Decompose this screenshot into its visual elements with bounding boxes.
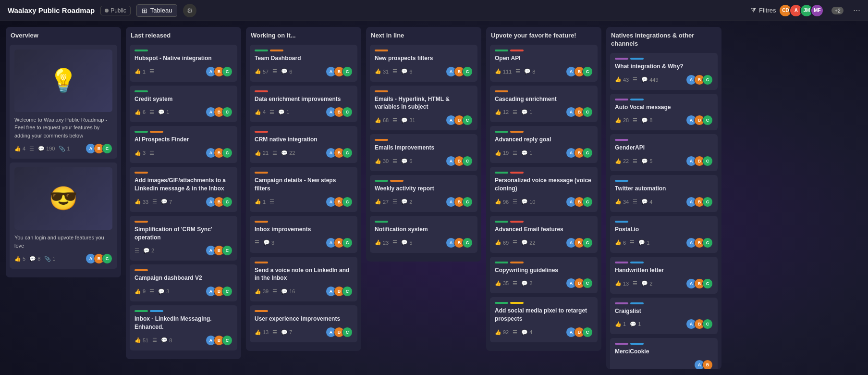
card-lr-5[interactable]: Simplification of 'CRM Sync' operation☰💬… [130,216,237,261]
card-wo-4[interactable]: Campaign details - New steps filters👍1☰A… [250,167,357,212]
card-title-uf-5: Advanced Email features [495,225,593,234]
card-stat: ☰ [633,199,637,205]
card-ni-2[interactable]: Auto Vocal message👍28☰💬8ABC [610,94,718,131]
card-avatar-group-lr-3: ABC [206,148,232,158]
card-lr-6[interactable]: Campaign dashboard V2👍9☰💬3ABC [130,264,237,301]
card-ni-6[interactable]: Handwritten letter👍13☰💬2ABC [610,257,718,294]
card-stat: 📎1 [59,146,70,152]
card-lr-2[interactable]: Credit system👍6☰💬1ABC [130,86,237,123]
stat-value: 1 [67,146,70,151]
more-options-icon[interactable]: ··· [853,5,860,15]
card-lr-7[interactable]: Inbox - LinkedIn Messaging. Enhanced.👍51… [130,305,237,350]
card-uf-7[interactable]: Add social media pixel to retarget prosp… [490,297,598,342]
card-wo-5[interactable]: Inbox improvements☰💬3ABC [250,216,357,253]
card-avatar: C [342,327,353,338]
card-uf-5[interactable]: Advanced Email features👍69☰💬22ABC [490,216,598,253]
column-next-in-line: Next in lineNew prospects filters👍31☰💬6A… [366,27,481,262]
card-wo-1[interactable]: Team Dashboard👍57☰💬6ABC [250,45,357,82]
card-stat: ☰ [149,150,154,156]
card-overview-1[interactable]: 💡Welcome to Waalaxy Public Roadmap - Fee… [10,45,117,159]
card-wo-2[interactable]: Data enrichment improvements👍4☰💬1ABC [250,86,357,123]
public-badge[interactable]: Public [100,6,131,15]
card-wo-7[interactable]: User experience improvements👍13☰💬7ABC [250,305,357,342]
card-uf-2[interactable]: Cascading enrichment👍12☰💬1ABC [490,86,598,123]
filters-label: Filtres [759,7,776,14]
card-stat: 💬22 [281,150,295,156]
card-nl-3[interactable]: Emails improvements👍30☰💬6ABC [370,134,477,171]
more-avatars-badge[interactable]: +2 [831,7,844,14]
card-tags-ni-6 [615,262,713,263]
tag-tag-yellow [510,302,524,304]
tag-tag-orange [375,50,388,51]
tag-tag-green [495,131,508,133]
settings-button[interactable]: ⚙ [183,4,196,17]
card-tags-wo-6 [255,262,353,263]
card-avatar-group-ni-7: ABC [686,319,713,329]
card-ni-1[interactable]: What integration & Why?👍43☰💬449ABC [610,53,718,90]
stat-icon: ☰ [149,109,154,115]
card-tags-wo-4 [255,172,353,174]
stat-icon: 💬 [401,239,408,246]
card-avatar-group-lr-6: ABC [206,286,232,297]
card-uf-4[interactable]: Personalized voice message (voice clonin… [490,167,598,212]
card-ni-8[interactable]: MerciCookieAB [610,338,718,369]
stat-icon: 💬 [641,117,648,124]
stat-value: 5 [649,158,652,164]
card-stat: 💬16 [281,288,295,295]
card-footer-nl-2: 👍68☰💬31ABC [375,115,473,125]
card-lr-3[interactable]: AI Prospects Finder👍3☰ABC [130,126,237,163]
card-ni-7[interactable]: Craigslist👍1💬1ABC [610,298,718,335]
card-stat: ☰ [392,117,397,124]
card-footer-wo-7: 👍13☰💬7ABC [255,327,353,338]
card-stat: 👍68 [375,117,389,124]
card-lr-4[interactable]: Add images/GIF/attachments to a Linkedin… [130,167,237,212]
card-avatar-group-wo-3: ABC [326,148,353,158]
stat-value: 6 [409,69,412,75]
card-ni-4[interactable]: Twitter automation👍34☰💬4ABC [610,175,718,212]
card-stat: ☰ [134,248,139,254]
card-avatar-group-overview-1: ABC [86,143,112,154]
card-wo-3[interactable]: CRM native integration👍21☰💬22ABC [250,126,357,163]
card-tags-lr-2 [134,90,232,92]
card-avatar-group-uf-7: ABC [566,327,593,338]
card-uf-6[interactable]: Copywriting guidelines👍35☰💬2ABC [490,257,598,294]
card-stat: 👍1 [615,321,626,327]
card-stat: 💬449 [641,76,658,83]
card-nl-2[interactable]: Emails - Hyperlink, HTML & variables in … [370,86,477,131]
card-avatar: C [222,148,232,158]
card-ni-3[interactable]: GenderAPI👍22☰💬5ABC [610,134,718,171]
card-footer-uf-6: 👍35☰💬2ABC [495,278,593,288]
card-title-uf-6: Copywriting guidelines [495,266,593,275]
card-stat: ☰ [29,146,34,152]
stat-icon: 💬 [641,158,648,164]
card-stat: 👍30 [375,158,389,164]
stat-icon: 💬 [641,76,648,83]
stat-icon: ☰ [29,146,34,152]
card-ni-5[interactable]: Postal.io👍6☰💬1ABC [610,216,718,253]
card-tags-wo-1 [255,50,353,51]
card-stat: 💬1 [278,109,289,115]
tableau-icon: ⊞ [142,7,147,14]
stat-icon: 💬 [281,68,288,75]
card-nl-1[interactable]: New prospects filters👍31☰💬6ABC [370,45,477,82]
card-tags-nl-4 [375,180,473,182]
tableau-button[interactable]: ⊞ Tableau [136,4,178,17]
filters-button[interactable]: ⧩ Filtres [751,7,776,14]
card-nl-5[interactable]: Notification system👍23☰💬5ABC [370,216,477,253]
card-footer-ni-4: 👍34☰💬4ABC [615,197,713,207]
stat-icon: 👍 [134,68,141,75]
card-overview-2[interactable]: 😎You can login and upvote features you l… [10,162,117,269]
card-wo-6[interactable]: Send a voice note on LinkedIn and in the… [250,257,357,302]
stat-icon: 👍 [255,109,261,115]
card-lr-1[interactable]: Hubspot - Native integration👍1☰ABC [130,45,237,82]
card-uf-1[interactable]: Open API👍111☰💬8ABC [490,45,598,82]
stat-icon: ☰ [152,337,157,343]
card-stat: ☰ [272,68,277,75]
card-nl-4[interactable]: Weekly activity report👍27☰💬2ABC [370,175,477,212]
card-avatar: C [702,278,713,289]
column-title-last-released: Last released [130,32,237,40]
card-stat: 👍96 [495,199,509,205]
card-uf-3[interactable]: Advanced reply goal👍19☰💬1ABC [490,126,598,163]
card-stat: ☰ [633,117,637,124]
card-title-uf-7: Add social media pixel to retarget prosp… [495,307,593,323]
